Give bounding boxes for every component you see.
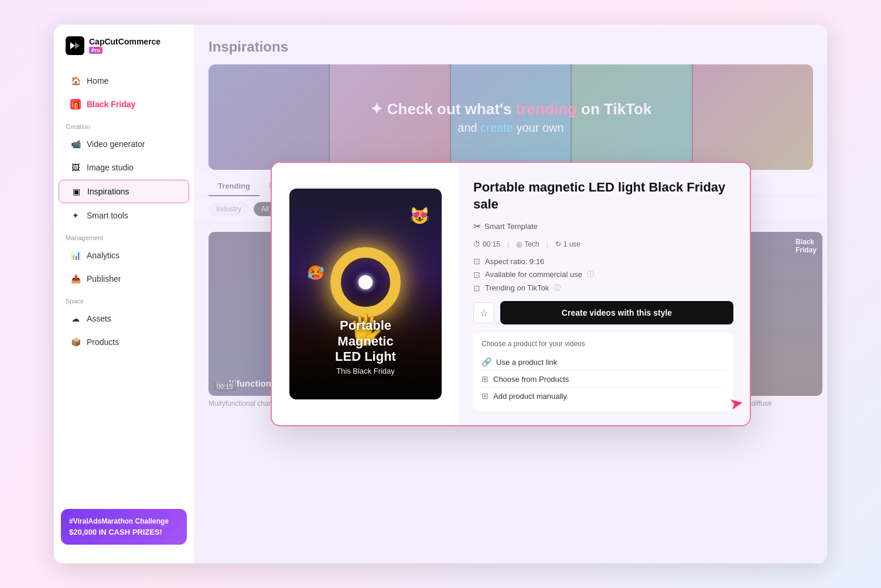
modal-video-side: 😻 🥵 🖐 (272, 163, 459, 425)
modal-video-thumb: 😻 🥵 🖐 (289, 189, 442, 399)
send-icon: 📤 (70, 274, 81, 284)
main-content: Inspirations ✦ Check out what's trending… (194, 25, 827, 563)
sidebar-item-smart-tools[interactable]: ✦ Smart tools (59, 204, 189, 227)
modal-info-side: Portable magnetic LED light Black Friday… (459, 163, 750, 425)
image-studio-label: Image studio (87, 163, 134, 172)
template-label: Smart Template (484, 222, 538, 231)
sidebar-item-inspirations[interactable]: ▣ Inspirations (59, 180, 189, 203)
home-label: Home (87, 76, 108, 86)
video-icon: 📹 (70, 139, 81, 149)
chart-icon: 📊 (70, 250, 81, 261)
meta-uses: ↻ 1 use (555, 240, 580, 248)
modal-card: 😻 🥵 🖐 (271, 162, 751, 426)
modal-meta-row: ⏱ 00:15 | ◎ Tech | ↻ 1 use (473, 240, 733, 248)
analytics-label: Analytics (87, 251, 119, 260)
detail-aspect-ratio: ⊡ Aspect ratio: 9:16 (473, 257, 733, 266)
inspirations-label: Inspirations (87, 187, 129, 196)
sidebar-item-image-studio[interactable]: 🖼 Image studio (59, 156, 189, 179)
trending-icon: ⊡ (473, 283, 480, 293)
section-label-space: Space (54, 290, 194, 307)
tiktok-info-icon: ⓘ (554, 283, 561, 293)
sidebar: CapCutCommerce Pro 🏠 Home 🎁 Black Friday… (54, 25, 194, 563)
sidebar-promo[interactable]: #ViralAdsMarathon Challenge $20,000 IN C… (61, 509, 187, 545)
product-prompt: Choose a product for your videos (482, 340, 725, 348)
capcut-logo-icon (66, 36, 84, 55)
detail-trending: ⊡ Trending on TikTok ⓘ (473, 283, 733, 293)
link-icon: 🔗 (482, 357, 491, 367)
logo-text: CapCutCommerce Pro (89, 37, 161, 53)
grid-icon: ▣ (71, 186, 81, 197)
smart-tools-label: Smart tools (87, 211, 128, 220)
info-icon: ⓘ (587, 269, 594, 279)
product-opt-add-manually[interactable]: ⊞ Add product manually ➤ (482, 388, 725, 404)
modal-template-badge: ✂ Smart Template (473, 221, 733, 232)
clock-icon: ⏱ (473, 240, 480, 248)
home-icon: 🏠 (70, 76, 81, 86)
products-label: Products (87, 337, 119, 347)
modal-title: Portable magnetic LED light Black Friday… (473, 179, 733, 213)
meta-category: ◎ Tech (516, 240, 539, 248)
sidebar-item-home[interactable]: 🏠 Home (59, 70, 189, 92)
video-generator-label: Video generator (87, 139, 145, 149)
modal-video-text-overlay: Portable Magnetic LED Light This Black F… (335, 318, 396, 376)
detail-commercial: ⊡ Available for commercial use ⓘ (473, 269, 733, 279)
promo-prize: $20,000 IN CASH PRIZES! (69, 528, 179, 536)
grid-small-icon: ⊞ (482, 374, 489, 384)
location-icon: ◎ (516, 240, 522, 248)
logo-name: CapCutCommerce (89, 37, 161, 46)
add-icon: ⊞ (482, 391, 489, 401)
product-opt-use-link[interactable]: 🔗 Use a product link (482, 354, 725, 371)
logo-sub: Pro (89, 47, 161, 54)
promo-hashtag: #ViralAdsMarathon Challenge (69, 517, 179, 525)
pro-badge: Pro (89, 47, 103, 54)
image-icon: 🖼 (70, 162, 81, 173)
logo-area: CapCutCommerce Pro (54, 36, 194, 69)
sidebar-item-publisher[interactable]: 📤 Publisher (59, 268, 189, 290)
product-opt-choose-products[interactable]: ⊞ Choose from Products (482, 371, 725, 388)
wand-icon: ✦ (70, 210, 81, 221)
section-label-management: Management (54, 227, 194, 244)
modal-details: ⊡ Aspect ratio: 9:16 ⊡ Available for com… (473, 257, 733, 293)
favorite-button[interactable]: ☆ (473, 302, 494, 323)
assets-label: Assets (87, 314, 111, 323)
publisher-label: Publisher (87, 274, 121, 283)
sidebar-item-black-friday[interactable]: 🎁 Black Friday (59, 93, 189, 115)
cloud-icon: ☁ (70, 313, 81, 324)
create-videos-button[interactable]: Create videos with this style (500, 301, 733, 324)
meta-duration: ⏱ 00:15 (473, 240, 500, 248)
cta-row: ☆ Create videos with this style (473, 301, 733, 324)
sidebar-item-analytics[interactable]: 📊 Analytics (59, 244, 189, 266)
black-friday-label: Black Friday (87, 100, 135, 109)
commercial-icon: ⊡ (473, 270, 480, 279)
sidebar-item-products[interactable]: 📦 Products (59, 331, 189, 353)
gift-icon: 🎁 (70, 99, 81, 110)
cursor-arrow-icon: ➤ (728, 392, 744, 413)
product-options: Choose a product for your videos 🔗 Use a… (473, 333, 733, 411)
modal-overlay[interactable]: 😻 🥵 🖐 (194, 25, 827, 563)
aspect-icon: ⊡ (473, 257, 480, 266)
template-icon: ✂ (473, 221, 481, 232)
refresh-icon: ↻ (555, 240, 561, 248)
section-label-creation: Creation (54, 116, 194, 132)
sidebar-item-assets[interactable]: ☁ Assets (59, 307, 189, 330)
sidebar-item-video-generator[interactable]: 📹 Video generator (59, 133, 189, 155)
box-icon: 📦 (70, 337, 81, 347)
